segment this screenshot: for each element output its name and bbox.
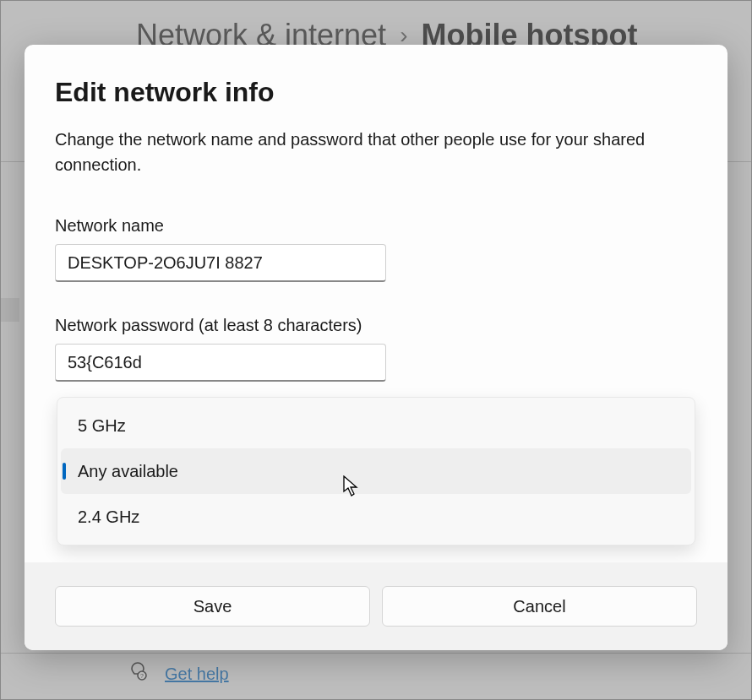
band-option-24ghz[interactable]: 2.4 GHz — [61, 494, 691, 540]
dialog-footer: Save Cancel — [25, 562, 727, 650]
band-option-label: 5 GHz — [78, 416, 126, 436]
save-button[interactable]: Save — [55, 586, 370, 627]
network-name-input[interactable] — [55, 244, 386, 282]
cancel-button[interactable]: Cancel — [382, 586, 697, 627]
network-password-label: Network password (at least 8 characters) — [55, 316, 697, 335]
band-option-label: 2.4 GHz — [78, 507, 139, 527]
edit-network-info-dialog: Edit network info Change the network nam… — [25, 45, 727, 650]
network-band-dropdown[interactable]: 5 GHz Any available 2.4 GHz — [57, 397, 695, 545]
network-password-input[interactable] — [55, 344, 386, 382]
network-name-label: Network name — [55, 216, 697, 236]
dialog-description: Change the network name and password tha… — [55, 127, 697, 177]
band-option-5ghz[interactable]: 5 GHz — [61, 403, 691, 448]
network-password-field: Network password (at least 8 characters) — [55, 316, 697, 382]
band-option-any-available[interactable]: Any available — [61, 448, 691, 494]
network-name-field: Network name — [55, 216, 697, 282]
dialog-title: Edit network info — [55, 77, 697, 108]
band-option-label: Any available — [78, 462, 178, 481]
